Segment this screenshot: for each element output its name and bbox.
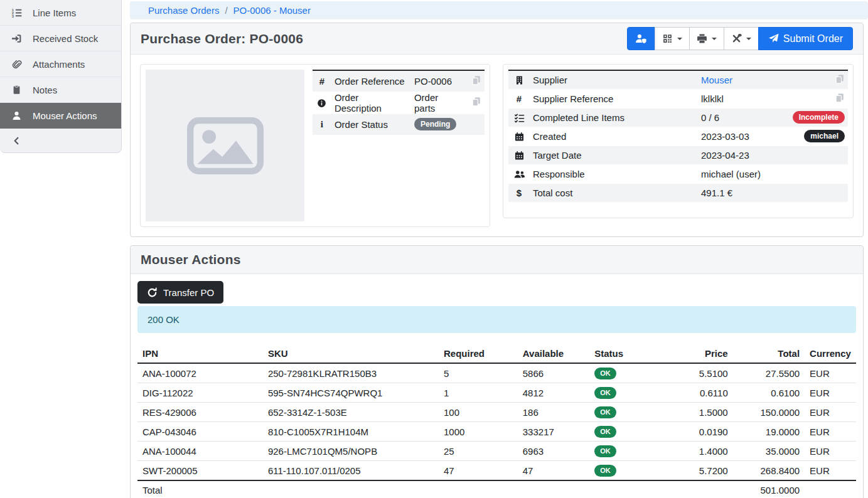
copy-icon[interactable] xyxy=(835,93,845,103)
status-alert: 200 OK xyxy=(137,306,856,333)
column-header-total: Total xyxy=(733,344,805,363)
main-content: Purchase Orders/PO-0006 - Mouser Purchas… xyxy=(130,1,868,498)
column-header-available: Available xyxy=(518,344,589,363)
list-check-icon xyxy=(514,112,525,122)
hash-icon: # xyxy=(319,76,324,87)
sidebar-item-label: Notes xyxy=(33,85,57,95)
sidebar-item-attachments[interactable]: Attachments xyxy=(0,51,121,77)
cell-total: 150.0000 xyxy=(733,403,805,422)
cell-available: 4812 xyxy=(518,383,589,403)
cell-currency: EUR xyxy=(805,461,856,481)
cell-currency: EUR xyxy=(805,383,856,403)
cell-total: 27.5500 xyxy=(733,363,805,383)
supplier-details-rows: SupplierMouser#Supplier Referencelklklkl… xyxy=(508,70,848,202)
table-row: CAP-043046810-C1005X7R1H104M1000333217OK… xyxy=(137,422,856,442)
sidebar-item-received-stock[interactable]: Received Stock xyxy=(0,26,121,51)
detail-row-order-description: Order DescriptionOrder parts xyxy=(313,92,485,114)
footer-total-value: 501.0000 xyxy=(733,480,805,498)
sidebar-item-notes[interactable]: Notes xyxy=(0,77,121,103)
cell-sku: 595-SN74HCS74QPWRQ1 xyxy=(263,383,439,403)
breadcrumb-separator: / xyxy=(225,5,227,16)
print-dropdown-button[interactable] xyxy=(689,27,724,50)
cell-ipn: RES-429006 xyxy=(137,403,263,422)
detail-label: Responsible xyxy=(530,164,698,183)
status-badge: OK xyxy=(594,406,616,418)
user-icon xyxy=(0,110,33,121)
detail-label: Order Description xyxy=(331,92,411,114)
table-row: ANA-100044926-LMC7101QM5/NOPB256963OK1.4… xyxy=(137,442,856,461)
clipboard-icon xyxy=(0,85,33,95)
info-circle-icon xyxy=(317,97,326,108)
detail-value: Pending xyxy=(411,114,459,135)
detail-row-responsible: Responsiblemichael (user) xyxy=(508,164,848,183)
status-badge: OK xyxy=(594,445,616,457)
image-placeholder-icon xyxy=(186,117,264,175)
cell-sku: 810-C1005X7R1H104M xyxy=(263,422,439,442)
detail-value: michael (user) xyxy=(698,164,790,183)
detail-row-total-cost: $Total cost491.1 € xyxy=(508,183,848,202)
transfer-po-button[interactable]: Transfer PO xyxy=(137,281,223,304)
column-header-currency: Currency xyxy=(805,344,856,363)
chevron-left-icon xyxy=(0,136,33,146)
column-header-price: Price xyxy=(672,344,733,363)
column-header-required: Required xyxy=(439,344,518,363)
paper-plane-icon xyxy=(768,33,779,44)
detail-value: 2023-04-23 xyxy=(698,146,790,164)
status-badge: OK xyxy=(594,465,616,477)
detail-value-link[interactable]: Mouser xyxy=(701,75,732,85)
purchase-order-panel: Purchase Order: PO-0006 xyxy=(130,23,864,237)
cell-sku: 652-3314Z-1-503E xyxy=(263,403,439,422)
table-row: RES-429006652-3314Z-1-503E100186OK1.5000… xyxy=(137,403,856,422)
svg-text:3: 3 xyxy=(11,14,14,18)
breadcrumb-link-po-0006-mouser[interactable]: PO-0006 - Mouser xyxy=(233,5,311,16)
status-badge: Incomplete xyxy=(793,111,845,124)
sidebar-item-label: Received Stock xyxy=(33,33,98,44)
cell-price: 0.6110 xyxy=(672,383,733,403)
sidebar-item-line-items[interactable]: 123Line Items xyxy=(0,0,121,26)
sign-in-icon xyxy=(0,33,33,44)
cell-ipn: ANA-100044 xyxy=(137,442,263,461)
order-details-rows: #Order ReferencePO-0006Order Description… xyxy=(313,70,485,135)
detail-row-created: Created2023-03-03michael xyxy=(508,127,848,146)
options-dropdown-button[interactable] xyxy=(724,27,759,50)
column-header-status: Status xyxy=(589,344,672,363)
detail-row-supplier-reference: #Supplier Referencelklklkl xyxy=(508,89,848,108)
status-badge: OK xyxy=(594,368,616,379)
copy-icon[interactable] xyxy=(471,75,481,85)
table-footer-row: Total501.0000 xyxy=(137,480,856,498)
table-row: SWT-200005611-110.107.011/02054747OK5.72… xyxy=(137,461,856,481)
cell-sku: 926-LMC7101QM5/NOPB xyxy=(263,442,439,461)
admin-button[interactable] xyxy=(627,27,655,50)
caret-down-icon xyxy=(712,38,717,43)
detail-label: Supplier xyxy=(530,70,698,89)
cell-currency: EUR xyxy=(805,363,856,383)
caret-down-icon xyxy=(677,38,682,43)
cell-status: OK xyxy=(589,403,672,422)
sidebar-item-mouser-actions[interactable]: Mouser Actions xyxy=(0,103,121,129)
sidebar-collapse-button[interactable] xyxy=(0,129,121,152)
breadcrumb-link-purchase-orders[interactable]: Purchase Orders xyxy=(148,5,219,16)
caret-down-icon xyxy=(746,38,751,43)
table-row: ANA-100072250-72981KLRATR150B355866OK5.5… xyxy=(137,363,856,383)
copy-icon[interactable] xyxy=(835,74,845,84)
detail-row-target-date: Target Date2023-04-23 xyxy=(508,146,848,164)
detail-label: Order Status xyxy=(331,114,411,135)
paperclip-icon xyxy=(0,59,33,70)
submit-order-button[interactable]: Submit Order xyxy=(758,27,853,50)
detail-label: Supplier Reference xyxy=(530,89,698,108)
tools-icon xyxy=(731,33,742,44)
copy-icon[interactable] xyxy=(471,97,481,107)
detail-label: Created xyxy=(530,127,698,146)
status-badge: Pending xyxy=(414,118,456,130)
status-badge: michael xyxy=(804,130,845,142)
mouser-actions-panel-header: Mouser Actions xyxy=(131,246,863,274)
line-items-table: IPNSKURequiredAvailableStatusPriceTotalC… xyxy=(137,344,856,498)
detail-label: Target Date xyxy=(530,146,698,164)
supplier-details-card: SupplierMouser#Supplier Referencelklklkl… xyxy=(503,64,854,218)
sidebar-item-label: Attachments xyxy=(33,59,85,70)
cell-required: 5 xyxy=(439,363,518,383)
cell-currency: EUR xyxy=(805,403,856,422)
part-thumbnail[interactable] xyxy=(146,70,304,221)
barcode-dropdown-button[interactable] xyxy=(655,27,690,50)
supplier-details-table: SupplierMouser#Supplier Referencelklklkl… xyxy=(508,70,848,203)
